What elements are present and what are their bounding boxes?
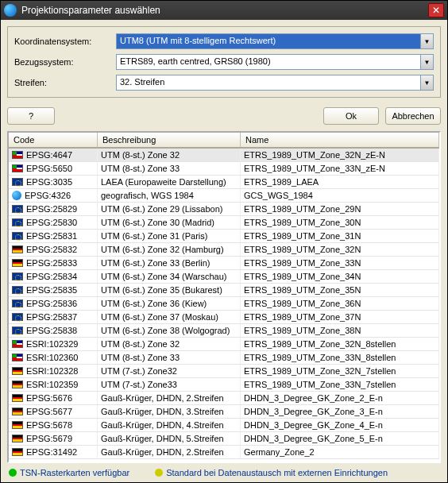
- table-row[interactable]: EPSG:25835UTM (6-st.) Zone 35 (Bukarest)…: [9, 284, 439, 297]
- de-nw-flag-icon: [12, 340, 23, 348]
- form-panel: Koordinatensystem: UTM8 (UTM mit 8-stell…: [7, 26, 441, 98]
- table-row[interactable]: EPSG:31492Gauß-Krüger, DHDN, 2.StreifenG…: [9, 446, 439, 459]
- de-flag-icon: [12, 394, 23, 402]
- chevron-down-icon[interactable]: ▼: [420, 55, 433, 69]
- eu-flag-icon: [12, 205, 23, 213]
- table-row[interactable]: EPSG:25829UTM (6-st.) Zone 29 (Lissabon)…: [9, 203, 439, 216]
- eu-flag-icon: [12, 313, 23, 321]
- table-row[interactable]: ESRI:102329UTM (8-st.) Zone 32ETRS_1989_…: [9, 338, 439, 351]
- app-icon: [4, 4, 17, 17]
- footer-legend: TSN-Rasterkarten verfügbar Standard bei …: [1, 466, 447, 482]
- ref-value: ETRS89, earth centred, GRS80 (1980): [117, 55, 420, 69]
- de-flag-icon: [12, 435, 23, 442]
- de-flag-icon: [12, 259, 23, 267]
- eu-flag-icon: [12, 286, 23, 294]
- strip-label: Streifen:: [14, 78, 116, 87]
- grid-scroll[interactable]: Code Beschreibung Name EPSG:4647UTM (8-s…: [9, 133, 439, 462]
- table-row[interactable]: EPSG:5678Gauß-Krüger, DHDN, 4.StreifenDH…: [9, 419, 439, 432]
- table-row[interactable]: EPSG:25837UTM (6-st.) Zone 37 (Moskau)ET…: [9, 311, 439, 324]
- eu-flag-icon: [12, 218, 23, 226]
- table-row[interactable]: EPSG:5677Gauß-Krüger, DHDN, 3.StreifenDH…: [9, 405, 439, 419]
- ref-select[interactable]: ETRS89, earth centred, GRS80 (1980) ▼: [116, 54, 434, 70]
- table-row[interactable]: EPSG:25830UTM (6-st.) Zone 30 (Madrid)ET…: [9, 216, 439, 230]
- table-row[interactable]: ESRI:102359UTM (7-st.) Zone33ETRS_1989_U…: [9, 378, 439, 392]
- close-button[interactable]: ✕: [428, 3, 444, 17]
- col-name[interactable]: Name: [241, 133, 439, 148]
- de-flag-icon: [12, 381, 23, 388]
- table-row[interactable]: EPSG:25834UTM (6-st.) Zone 34 (Warschau)…: [9, 270, 439, 284]
- de-nw-flag-icon: [12, 151, 23, 159]
- cancel-button[interactable]: Abbrechen: [385, 107, 441, 125]
- table-row[interactable]: EPSG:4647UTM (8-st.) Zone 32ETRS_1989_UT…: [9, 149, 439, 162]
- chevron-down-icon[interactable]: ▼: [420, 34, 433, 48]
- legend-yellow: Standard bei Datenaustausch mit externen…: [155, 468, 388, 477]
- table-row[interactable]: EPSG:25832UTM (6-st.) Zone 32 (Hamburg)E…: [9, 243, 439, 257]
- help-button[interactable]: ?: [7, 107, 55, 125]
- titlebar: Projektionsparameter auswählen ✕: [1, 1, 447, 20]
- table-row[interactable]: EPSG:5650UTM (8-st.) Zone 33ETRS_1989_UT…: [9, 162, 439, 176]
- globe-flag-icon: [12, 191, 21, 200]
- button-row: ? Ok Abbrechen: [7, 107, 441, 125]
- col-code[interactable]: Code: [9, 133, 98, 148]
- de-flag-icon: [12, 367, 23, 375]
- table-row[interactable]: ESRI:102360UTM (8-st.) Zone 33ETRS_1989_…: [9, 351, 439, 365]
- table-row[interactable]: EPSG:3035LAEA (Europaweite Darstellung)E…: [9, 176, 439, 189]
- grid-header: Code Beschreibung Name: [9, 133, 439, 149]
- table-row[interactable]: ESRI:102328UTM (7-st.) Zone32ETRS_1989_U…: [9, 365, 439, 378]
- dialog-window: Projektionsparameter auswählen ✕ Koordin…: [0, 0, 448, 483]
- table-row[interactable]: EPSG:4326geografisch, WGS 1984GCS_WGS_19…: [9, 189, 439, 203]
- strip-value: 32. Streifen: [117, 75, 420, 90]
- yellow-dot-icon: [155, 469, 163, 477]
- de-flag-icon: [12, 421, 23, 429]
- strip-select[interactable]: 32. Streifen ▼: [116, 75, 434, 91]
- de-nw-flag-icon: [12, 354, 23, 361]
- coord-value: UTM8 (UTM mit 8-stelligem Rechtswert): [117, 34, 420, 48]
- table-row[interactable]: EPSG:5679Gauß-Krüger, DHDN, 5.StreifenDH…: [9, 432, 439, 446]
- de-flag-icon: [12, 408, 23, 415]
- table-row[interactable]: EPSG:25838UTM (6-st.) Zone 38 (Wolgograd…: [9, 324, 439, 338]
- col-desc[interactable]: Beschreibung: [98, 133, 241, 148]
- table-row[interactable]: EPSG:25831UTM (6-st.) Zone 31 (Paris)ETR…: [9, 230, 439, 243]
- eu-flag-icon: [12, 327, 23, 334]
- ref-label: Bezugssystem:: [14, 57, 116, 67]
- eu-flag-icon: [12, 178, 23, 186]
- eu-flag-icon: [12, 299, 23, 307]
- green-dot-icon: [9, 469, 17, 477]
- table-row[interactable]: EPSG:25836UTM (6-st.) Zone 36 (Kiew)ETRS…: [9, 297, 439, 311]
- window-title: Projektionsparameter auswählen: [21, 5, 428, 16]
- projection-grid: Code Beschreibung Name EPSG:4647UTM (8-s…: [7, 131, 441, 463]
- coord-label: Koordinatensystem:: [14, 37, 116, 46]
- table-row[interactable]: EPSG:25833UTM (6-st.) Zone 33 (Berlin)ET…: [9, 257, 439, 270]
- de-flag-icon: [12, 448, 23, 456]
- coord-select[interactable]: UTM8 (UTM mit 8-stelligem Rechtswert) ▼: [116, 33, 434, 49]
- legend-green: TSN-Rasterkarten verfügbar: [9, 468, 129, 477]
- eu-flag-icon: [12, 232, 23, 240]
- ok-button[interactable]: Ok: [323, 107, 379, 125]
- table-row[interactable]: EPSG:5676Gauß-Krüger, DHDN, 2.StreifenDH…: [9, 392, 439, 405]
- eu-flag-icon: [12, 272, 23, 280]
- de-flag-icon: [12, 245, 23, 253]
- de-nw-flag-icon: [12, 164, 23, 172]
- chevron-down-icon[interactable]: ▼: [420, 75, 433, 90]
